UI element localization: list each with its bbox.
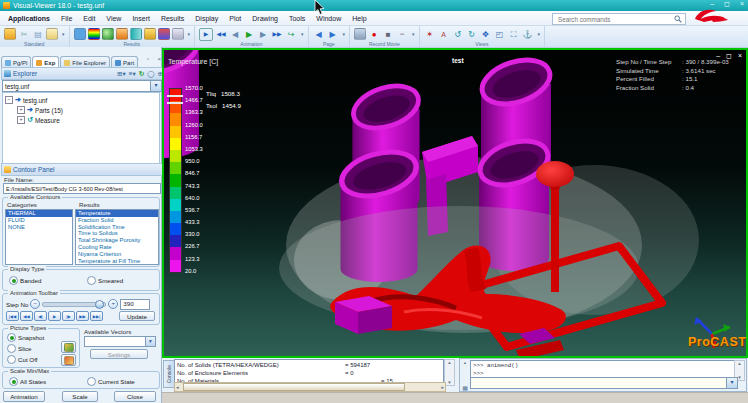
group-dropdown-icon[interactable]: ▾ (343, 31, 346, 37)
smeared-radio[interactable]: Smeared (87, 276, 123, 285)
pause-icon[interactable]: ▪▪ (396, 29, 408, 40)
tree-item-measure[interactable]: + ↺ Measure (3, 115, 159, 125)
anim-stepfwd-button[interactable]: |▶ (62, 311, 75, 321)
cut-icon[interactable]: ✂ (18, 29, 30, 40)
result-temp-fill-time[interactable]: Temperature at Fill Time (76, 258, 158, 265)
circle-icon[interactable]: ◯ (147, 70, 154, 78)
pan-icon[interactable]: ✥ (480, 29, 492, 40)
anim-first-button[interactable]: |◀◀ (6, 311, 19, 321)
result-cooling-rate[interactable]: Cooling Rate (76, 244, 158, 251)
snapshot-radio[interactable]: Snapshot (7, 333, 44, 342)
group-dropdown-icon[interactable]: ▾ (301, 31, 304, 37)
console-output[interactable]: No. of Solids (TETRA/HEXA/WEDGE)= 594187… (174, 359, 444, 384)
category-thermal[interactable]: THERMAL (6, 210, 72, 217)
group-dropdown-icon[interactable]: ▾ (412, 31, 415, 37)
command-input[interactable]: ▾ (470, 377, 738, 389)
stop-icon[interactable]: ■ (382, 29, 394, 40)
menu-file[interactable]: File (61, 15, 72, 22)
expand-icon[interactable]: + (17, 106, 25, 114)
cutoff-radio[interactable]: Cut Off (7, 355, 38, 364)
anim-rewind-button[interactable]: ◀◀ (20, 311, 33, 321)
restore-icon[interactable]: ◻ (724, 0, 730, 8)
vp-close-icon[interactable]: × (738, 52, 742, 60)
slice-tool-button[interactable] (61, 341, 76, 353)
graph-icon[interactable] (158, 28, 170, 40)
banded-radio[interactable]: Banded (9, 276, 41, 285)
contour-icon[interactable] (88, 28, 100, 40)
menu-results[interactable]: Results (161, 15, 184, 22)
vectors-combo[interactable]: ▾ (84, 336, 156, 347)
minimize-icon[interactable]: – (710, 0, 714, 8)
menu-view[interactable]: View (106, 15, 121, 22)
sphere-result-icon[interactable] (102, 28, 114, 40)
anim-rewind-icon[interactable]: ◀◀ (215, 29, 227, 40)
category-fluid[interactable]: FLUID (6, 217, 72, 224)
rotate-left-icon[interactable]: ↺ (452, 29, 464, 40)
group-dropdown-icon[interactable]: ▾ (62, 31, 65, 37)
anchor-icon[interactable]: ⚓ (522, 29, 534, 40)
menu-plot[interactable]: Plot (229, 15, 241, 22)
paste-icon[interactable] (46, 28, 58, 40)
scroll-left-icon[interactable]: ◄ (175, 385, 179, 390)
menu-insert[interactable]: Insert (132, 15, 150, 22)
expand-icon[interactable]: + (17, 116, 25, 124)
tree-item-parts[interactable]: + ➔ Parts (15) (3, 105, 159, 115)
model-file-combo[interactable]: testg.unf ▾ (2, 80, 162, 92)
wizard-icon[interactable] (172, 28, 184, 40)
slider-thumb[interactable] (95, 300, 104, 309)
category-none[interactable]: NONE (6, 224, 72, 231)
collapse-icon[interactable]: − (5, 96, 13, 104)
3d-viewport[interactable]: Temperature [C] 1570.0 1466.7 1363.3 126… (162, 48, 748, 358)
slice-radio[interactable]: Slice (7, 344, 31, 353)
menu-drawing[interactable]: Drawing (252, 15, 278, 22)
result-folder-icon[interactable] (144, 28, 156, 40)
anim-stepfwd-icon[interactable]: ▶ (257, 29, 269, 40)
menu-display[interactable]: Display (195, 15, 218, 22)
movie-icon[interactable] (354, 28, 366, 40)
result-time-to-solidus[interactable]: Time to Solidus (76, 230, 158, 237)
anim-play-icon[interactable]: ▶ (243, 29, 255, 40)
result-shrinkage-porosity[interactable]: Total Shrinkage Porosity (76, 237, 158, 244)
filter-icon[interactable]: ⊞▾ (117, 70, 126, 78)
gutter-up-icon[interactable]: ▴ (464, 360, 466, 365)
layers-icon[interactable] (130, 28, 142, 40)
result-solidification-time[interactable]: Solidification Time (76, 224, 158, 231)
menu-tools[interactable]: Tools (289, 15, 305, 22)
page-next-icon[interactable]: ▶ (327, 29, 339, 40)
result-niyama[interactable]: Niyama Criterion (76, 251, 158, 258)
annotate-icon[interactable]: A (438, 29, 450, 40)
axes-icon[interactable]: ✶ (424, 29, 436, 40)
file-path-field[interactable]: E:/Installs/ESI/Test/Body CG 3-600 Rev-0… (3, 183, 161, 194)
anim-last-button[interactable]: ▶▶| (90, 311, 103, 321)
scroll-right-icon[interactable]: ► (441, 385, 445, 390)
record-icon[interactable]: ● (368, 29, 380, 40)
search-input[interactable] (556, 15, 668, 24)
settings-button[interactable]: Settings (90, 349, 148, 359)
anim-stepback-icon[interactable]: ◀ (229, 29, 241, 40)
rotate-right-icon[interactable]: ↻ (466, 29, 478, 40)
step-slider[interactable] (42, 302, 106, 307)
anim-forward-icon[interactable]: ▶▶ (271, 29, 283, 40)
menu-applications[interactable]: Applications (8, 15, 50, 22)
refresh-icon[interactable]: ↻ (139, 70, 144, 78)
page-prev-icon[interactable]: ◀ (313, 29, 325, 40)
fit-view-icon[interactable]: ⛶ (508, 29, 520, 40)
close-button[interactable]: Close (114, 391, 156, 402)
anim-forward-button[interactable]: ▶▶ (76, 311, 89, 321)
all-states-radio[interactable]: All States (9, 377, 46, 386)
step-minus-button[interactable]: − (30, 299, 40, 309)
group-dropdown-icon[interactable]: ▾ (538, 31, 541, 37)
console-hscrollbar[interactable]: ◄► (174, 382, 446, 392)
result-fraction-solid[interactable]: Fraction Solid (76, 217, 158, 224)
frame-icon[interactable]: ▶ (199, 28, 213, 41)
scroll-down-icon[interactable]: ▼ (445, 380, 454, 385)
sort-icon[interactable]: ≡▾ (129, 70, 136, 78)
open-file-icon[interactable] (4, 28, 16, 40)
step-plus-button[interactable]: + (108, 299, 118, 309)
anim-export-icon[interactable]: ↪ (285, 29, 297, 40)
chevron-down-icon[interactable]: ▾ (726, 378, 737, 388)
search-icon[interactable] (674, 15, 682, 23)
tree-item-root[interactable]: − ➔ testg.unf (3, 95, 159, 105)
menu-edit[interactable]: Edit (83, 15, 95, 22)
result-temperature[interactable]: Temperature (76, 210, 158, 217)
